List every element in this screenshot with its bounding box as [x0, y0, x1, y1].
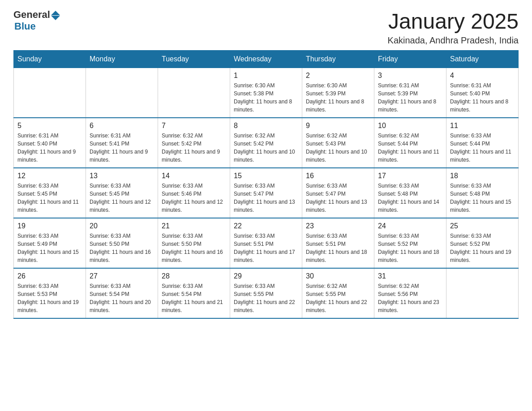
day-number: 25 [450, 222, 515, 230]
day-info: Sunrise: 6:30 AMSunset: 5:39 PMDaylight:… [306, 81, 370, 114]
calendar-cell: 22Sunrise: 6:33 AMSunset: 5:51 PMDayligh… [230, 218, 302, 268]
logo-blue: Blue [14, 21, 36, 32]
days-of-week-row: Sunday Monday Tuesday Wednesday Thursday… [14, 51, 519, 68]
day-info: Sunrise: 6:33 AMSunset: 5:45 PMDaylight:… [17, 182, 82, 214]
calendar-cell: 15Sunrise: 6:33 AMSunset: 5:47 PMDayligh… [230, 168, 302, 218]
day-number: 14 [162, 172, 226, 180]
day-info: Sunrise: 6:33 AMSunset: 5:48 PMDaylight:… [450, 182, 515, 214]
calendar-cell [14, 68, 86, 118]
logo-general: General [13, 9, 50, 21]
col-thursday: Thursday [302, 51, 374, 68]
day-info: Sunrise: 6:31 AMSunset: 5:40 PMDaylight:… [17, 132, 82, 164]
day-number: 18 [450, 172, 515, 180]
col-sunday: Sunday [14, 51, 86, 68]
calendar-cell: 17Sunrise: 6:33 AMSunset: 5:48 PMDayligh… [374, 168, 446, 218]
page-subtitle: Kakinada, Andhra Pradesh, India [388, 35, 519, 46]
day-info: Sunrise: 6:31 AMSunset: 5:41 PMDaylight:… [90, 132, 154, 164]
calendar-cell: 8Sunrise: 6:32 AMSunset: 5:42 PMDaylight… [230, 118, 302, 168]
calendar-cell: 9Sunrise: 6:32 AMSunset: 5:43 PMDaylight… [302, 118, 374, 168]
day-number: 5 [17, 122, 82, 130]
calendar-cell: 26Sunrise: 6:33 AMSunset: 5:53 PMDayligh… [14, 268, 86, 318]
day-number: 17 [378, 172, 442, 180]
day-info: Sunrise: 6:33 AMSunset: 5:47 PMDaylight:… [234, 182, 298, 214]
calendar-cell: 24Sunrise: 6:33 AMSunset: 5:52 PMDayligh… [374, 218, 446, 268]
calendar-week-row: 12Sunrise: 6:33 AMSunset: 5:45 PMDayligh… [14, 168, 519, 218]
day-number: 23 [306, 222, 370, 230]
day-number: 30 [306, 272, 370, 280]
page-header: General Blue January 2025 Kakinada, Andh… [13, 9, 519, 46]
calendar-cell: 27Sunrise: 6:33 AMSunset: 5:54 PMDayligh… [86, 268, 158, 318]
day-info: Sunrise: 6:33 AMSunset: 5:54 PMDaylight:… [90, 282, 154, 314]
calendar-cell: 28Sunrise: 6:33 AMSunset: 5:54 PMDayligh… [158, 268, 230, 318]
logo: General Blue [13, 9, 60, 32]
day-number: 19 [17, 222, 82, 230]
day-number: 12 [17, 172, 82, 180]
calendar-cell: 29Sunrise: 6:33 AMSunset: 5:55 PMDayligh… [230, 268, 302, 318]
day-number: 2 [306, 72, 370, 80]
calendar-cell: 1Sunrise: 6:30 AMSunset: 5:38 PMDaylight… [230, 68, 302, 118]
day-info: Sunrise: 6:31 AMSunset: 5:40 PMDaylight:… [450, 81, 515, 114]
day-info: Sunrise: 6:33 AMSunset: 5:51 PMDaylight:… [234, 232, 298, 264]
col-monday: Monday [86, 51, 158, 68]
calendar-cell: 7Sunrise: 6:32 AMSunset: 5:42 PMDaylight… [158, 118, 230, 168]
day-number: 28 [162, 272, 226, 280]
day-info: Sunrise: 6:33 AMSunset: 5:54 PMDaylight:… [162, 282, 226, 314]
calendar-cell: 19Sunrise: 6:33 AMSunset: 5:49 PMDayligh… [14, 218, 86, 268]
day-info: Sunrise: 6:32 AMSunset: 5:42 PMDaylight:… [234, 132, 298, 164]
calendar-cell: 25Sunrise: 6:33 AMSunset: 5:52 PMDayligh… [446, 218, 519, 268]
day-number: 22 [234, 222, 298, 230]
day-number: 7 [162, 122, 226, 130]
day-number: 13 [90, 172, 154, 180]
day-info: Sunrise: 6:33 AMSunset: 5:44 PMDaylight:… [450, 132, 515, 164]
calendar-cell: 3Sunrise: 6:31 AMSunset: 5:39 PMDaylight… [374, 68, 446, 118]
day-info: Sunrise: 6:33 AMSunset: 5:50 PMDaylight:… [90, 232, 154, 264]
day-info: Sunrise: 6:33 AMSunset: 5:45 PMDaylight:… [90, 182, 154, 214]
calendar-cell: 23Sunrise: 6:33 AMSunset: 5:51 PMDayligh… [302, 218, 374, 268]
day-info: Sunrise: 6:33 AMSunset: 5:46 PMDaylight:… [162, 182, 226, 214]
col-tuesday: Tuesday [158, 51, 230, 68]
calendar-cell: 14Sunrise: 6:33 AMSunset: 5:46 PMDayligh… [158, 168, 230, 218]
day-number: 29 [234, 272, 298, 280]
day-info: Sunrise: 6:33 AMSunset: 5:55 PMDaylight:… [234, 282, 298, 314]
calendar-week-row: 1Sunrise: 6:30 AMSunset: 5:38 PMDaylight… [14, 68, 519, 118]
day-number: 6 [90, 122, 154, 130]
calendar-cell [446, 268, 519, 318]
day-number: 1 [234, 72, 298, 80]
day-number: 31 [378, 272, 442, 280]
day-info: Sunrise: 6:33 AMSunset: 5:52 PMDaylight:… [378, 232, 442, 264]
day-number: 10 [378, 122, 442, 130]
calendar-cell: 18Sunrise: 6:33 AMSunset: 5:48 PMDayligh… [446, 168, 519, 218]
calendar-cell: 30Sunrise: 6:32 AMSunset: 5:55 PMDayligh… [302, 268, 374, 318]
day-info: Sunrise: 6:33 AMSunset: 5:50 PMDaylight:… [162, 232, 226, 264]
calendar-cell: 16Sunrise: 6:33 AMSunset: 5:47 PMDayligh… [302, 168, 374, 218]
day-info: Sunrise: 6:33 AMSunset: 5:52 PMDaylight:… [450, 232, 515, 264]
col-saturday: Saturday [446, 51, 519, 68]
day-info: Sunrise: 6:31 AMSunset: 5:39 PMDaylight:… [378, 81, 442, 114]
day-number: 8 [234, 122, 298, 130]
day-number: 11 [450, 122, 515, 130]
title-block: January 2025 Kakinada, Andhra Pradesh, I… [388, 9, 519, 46]
day-number: 15 [234, 172, 298, 180]
day-info: Sunrise: 6:33 AMSunset: 5:48 PMDaylight:… [378, 182, 442, 214]
day-info: Sunrise: 6:33 AMSunset: 5:49 PMDaylight:… [17, 232, 82, 264]
col-friday: Friday [374, 51, 446, 68]
day-number: 24 [378, 222, 442, 230]
calendar-cell: 13Sunrise: 6:33 AMSunset: 5:45 PMDayligh… [86, 168, 158, 218]
day-number: 16 [306, 172, 370, 180]
calendar-cell: 31Sunrise: 6:32 AMSunset: 5:56 PMDayligh… [374, 268, 446, 318]
calendar-cell: 6Sunrise: 6:31 AMSunset: 5:41 PMDaylight… [86, 118, 158, 168]
calendar-cell: 10Sunrise: 6:32 AMSunset: 5:44 PMDayligh… [374, 118, 446, 168]
calendar-body: 1Sunrise: 6:30 AMSunset: 5:38 PMDaylight… [14, 68, 519, 319]
calendar-cell: 5Sunrise: 6:31 AMSunset: 5:40 PMDaylight… [14, 118, 86, 168]
day-info: Sunrise: 6:32 AMSunset: 5:56 PMDaylight:… [378, 282, 442, 314]
calendar-cell: 2Sunrise: 6:30 AMSunset: 5:39 PMDaylight… [302, 68, 374, 118]
day-number: 26 [17, 272, 82, 280]
calendar-header: Sunday Monday Tuesday Wednesday Thursday… [14, 51, 519, 68]
day-info: Sunrise: 6:33 AMSunset: 5:51 PMDaylight:… [306, 232, 370, 264]
calendar-cell: 20Sunrise: 6:33 AMSunset: 5:50 PMDayligh… [86, 218, 158, 268]
page-title: January 2025 [388, 9, 519, 34]
day-number: 9 [306, 122, 370, 130]
day-info: Sunrise: 6:32 AMSunset: 5:55 PMDaylight:… [306, 282, 370, 314]
day-number: 20 [90, 222, 154, 230]
col-wednesday: Wednesday [230, 51, 302, 68]
